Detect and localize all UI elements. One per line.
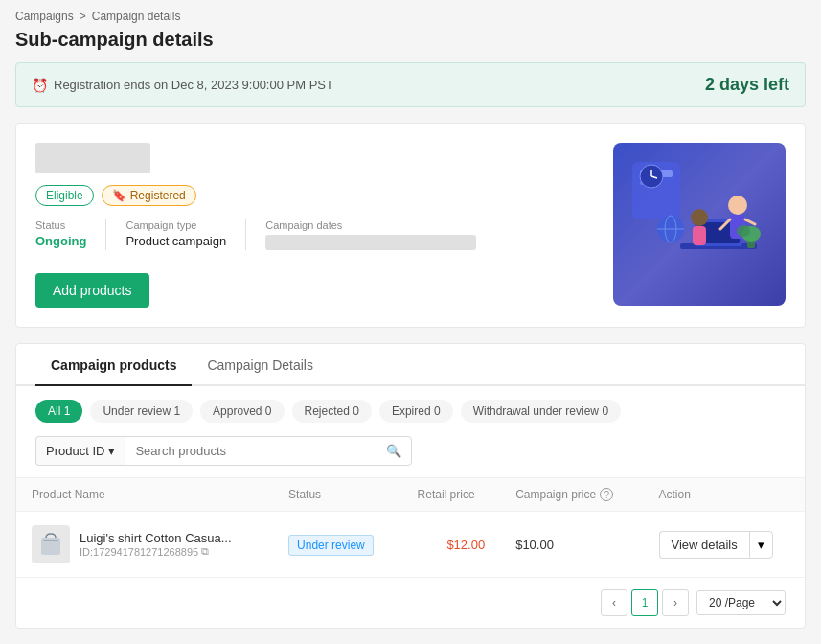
filter-under-review[interactable]: Under review 1: [90, 400, 193, 423]
registered-badge: 🔖 Registered: [102, 185, 196, 206]
retail-price-value: $12.00: [418, 538, 486, 552]
campaign-dates: Campaign dates: [265, 219, 495, 250]
col-campaign-price: Campaign price ?: [500, 478, 643, 512]
filter-withdrawal[interactable]: Withdrawal under review 0: [461, 400, 621, 423]
product-cell: Luigi's shirt Cotton Casua... ID:1729417…: [32, 525, 258, 564]
action-cell: View details ▾: [659, 531, 789, 559]
svg-point-17: [737, 225, 750, 237]
status-badge: Under review: [288, 535, 374, 556]
product-thumbnail: [32, 525, 70, 564]
breadcrumb: Campaigns > Campaign details: [0, 0, 821, 27]
campaign-image: [613, 143, 786, 306]
svg-rect-22: [43, 540, 58, 541]
badge-row: Eligible 🔖 Registered: [35, 185, 613, 206]
chevron-down-icon: ▾: [108, 444, 115, 458]
svg-line-12: [745, 219, 755, 224]
clock-icon: ⏰: [32, 78, 48, 93]
svg-point-9: [728, 196, 747, 215]
date-placeholder: [265, 235, 476, 250]
tab-campaign-details[interactable]: Campaign Details: [192, 344, 329, 386]
product-name: Luigi's shirt Cotton Casua...: [80, 531, 232, 545]
search-select-label: Product ID: [46, 444, 104, 458]
col-status: Status: [273, 478, 402, 512]
tabs-header: Campaign products Campaign Details: [16, 344, 805, 386]
pagination-page-1[interactable]: 1: [631, 589, 658, 616]
search-icon: 🔍: [386, 444, 401, 458]
breadcrumb-separator: >: [80, 10, 86, 23]
campaign-price-info-icon[interactable]: ?: [600, 488, 613, 501]
breadcrumb-parent[interactable]: Campaigns: [15, 10, 74, 23]
campaign-type: Campaign type Product campaign: [125, 219, 246, 250]
pagination-prev[interactable]: ‹: [601, 589, 627, 616]
search-row: Product ID ▾ 🔍: [16, 436, 805, 477]
col-product-name: Product Name: [16, 478, 273, 512]
campaign-card: Eligible 🔖 Registered Status Ongoing Cam…: [15, 123, 806, 328]
registration-text: Registration ends on Dec 8, 2023 9:00:00…: [54, 78, 333, 92]
registered-icon: 🔖: [112, 189, 126, 202]
view-details-dropdown-button[interactable]: ▾: [749, 531, 773, 559]
filter-approved[interactable]: Approved 0: [200, 400, 284, 423]
campaign-price-value: $10.00: [515, 538, 554, 552]
filter-row: All 1 Under review 1 Approved 0 Rejected…: [16, 386, 805, 436]
tab-campaign-products[interactable]: Campaign products: [35, 344, 192, 386]
table-row: Luigi's shirt Cotton Casua... ID:1729417…: [16, 512, 805, 578]
col-action: Action: [644, 478, 805, 512]
add-products-button[interactable]: Add products: [35, 273, 149, 308]
per-page-select[interactable]: 20 /Page 50 /Page 100 /Page: [696, 590, 786, 615]
copy-icon[interactable]: ⧉: [201, 545, 209, 558]
search-input[interactable]: [135, 444, 386, 458]
svg-rect-14: [693, 226, 706, 245]
registration-banner: ⏰ Registration ends on Dec 8, 2023 9:00:…: [15, 62, 806, 107]
pagination-next[interactable]: ›: [662, 589, 689, 616]
search-select[interactable]: Product ID ▾: [35, 436, 125, 466]
brand-logo-placeholder: [35, 143, 150, 173]
filter-rejected[interactable]: Rejected 0: [292, 400, 372, 423]
tabs-card: Campaign products Campaign Details All 1…: [15, 343, 806, 629]
eligible-badge: Eligible: [35, 185, 94, 206]
breadcrumb-current: Campaign details: [92, 10, 181, 23]
svg-point-13: [691, 209, 708, 226]
col-retail-price: Retail price: [402, 478, 501, 512]
pagination: ‹ 1 › 20 /Page 50 /Page 100 /Page: [16, 578, 805, 628]
view-details-button[interactable]: View details: [659, 531, 749, 559]
days-left: 2 days left: [705, 75, 789, 95]
campaign-info-row: Status Ongoing Campaign type Product cam…: [35, 219, 613, 250]
page-title: Sub-campaign details: [0, 27, 821, 62]
product-id: ID:172941781271268895 ⧉: [80, 545, 232, 558]
campaign-status: Status Ongoing: [35, 219, 106, 250]
filter-all[interactable]: All 1: [35, 400, 82, 423]
search-input-wrap: 🔍: [125, 436, 412, 466]
filter-expired[interactable]: Expired 0: [379, 400, 453, 423]
products-table: Product Name Status Retail price Campaig…: [16, 477, 805, 578]
